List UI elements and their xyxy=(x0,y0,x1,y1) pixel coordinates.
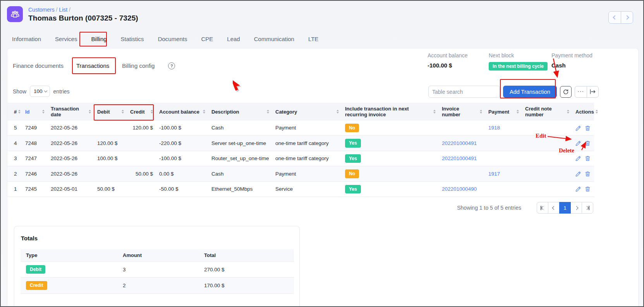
payment-link[interactable]: 1917 xyxy=(488,171,500,177)
tab-lte[interactable]: LTE xyxy=(308,35,319,43)
sort-icon[interactable] xyxy=(203,110,205,114)
cell-date: 2022-05-01 xyxy=(48,181,94,197)
subtab-billing-config[interactable]: Billing config xyxy=(121,61,155,70)
sort-icon[interactable] xyxy=(18,110,21,114)
cell-credit-note xyxy=(522,121,572,136)
edit-icon[interactable] xyxy=(575,186,581,192)
prev-customer-button[interactable] xyxy=(609,12,621,23)
page-header: Customers / List / Thomas Burton (007325… xyxy=(7,6,138,22)
delete-icon[interactable] xyxy=(585,125,591,131)
export-arrow-icon xyxy=(590,89,596,94)
next-block-label: Next block xyxy=(489,52,548,59)
tab-communication[interactable]: Communication xyxy=(254,35,295,43)
tab-cpe[interactable]: CPE xyxy=(201,35,214,43)
cell-include: No xyxy=(342,121,439,136)
sort-icon[interactable] xyxy=(567,110,569,114)
sort-icon[interactable] xyxy=(433,110,436,114)
billing-subtabs: Finance documents Transactions Billing c… xyxy=(12,61,175,70)
entries-label: entries xyxy=(53,88,70,95)
chevron-left-icon xyxy=(552,206,556,210)
delete-icon[interactable] xyxy=(585,186,591,192)
payment-link[interactable]: 1918 xyxy=(488,125,500,131)
page-size-select[interactable]: 100 xyxy=(30,86,50,97)
cell-description: Ethernet_50Mbps xyxy=(208,181,272,197)
sort-icon[interactable] xyxy=(337,110,339,114)
help-icon[interactable]: ? xyxy=(168,62,175,69)
col-category: Category xyxy=(272,103,342,121)
sort-icon[interactable] xyxy=(517,110,519,114)
edit-icon[interactable] xyxy=(575,155,581,161)
col-invoice-number: Invoice number xyxy=(439,103,485,121)
tab-services[interactable]: Services xyxy=(55,35,78,43)
invoice-link[interactable]: 202201000490 xyxy=(442,186,477,192)
first-page-button[interactable] xyxy=(537,202,548,214)
col-include-recurring: Include transaction in next recurring in… xyxy=(342,103,439,121)
cell-debit: 100.00 $ xyxy=(94,151,127,166)
invoice-link[interactable]: 202201000491 xyxy=(442,155,477,161)
cell-payment: 1918 xyxy=(485,121,522,136)
sort-icon[interactable] xyxy=(151,110,153,114)
search-input[interactable] xyxy=(432,89,502,95)
delete-icon[interactable] xyxy=(585,155,591,161)
export-button[interactable] xyxy=(587,86,598,97)
cell-actions xyxy=(572,121,594,136)
payment-method-value: Cash xyxy=(551,62,592,69)
sort-icon[interactable] xyxy=(42,110,45,114)
breadcrumb-separator: / xyxy=(69,7,70,13)
chevron-right-icon xyxy=(625,15,629,19)
subtab-finance-documents[interactable]: Finance documents xyxy=(12,61,64,70)
sort-icon[interactable] xyxy=(596,110,598,114)
invoice-link[interactable]: 202201000491 xyxy=(442,140,477,146)
more-options-button[interactable]: ··· xyxy=(575,86,587,97)
last-page-button[interactable] xyxy=(582,202,593,214)
breadcrumb-link-list[interactable]: List xyxy=(59,7,67,13)
next-page-button[interactable] xyxy=(570,202,582,214)
refresh-button[interactable] xyxy=(560,86,572,98)
edit-icon[interactable] xyxy=(575,140,581,146)
sort-icon[interactable] xyxy=(89,110,91,114)
delete-icon[interactable] xyxy=(585,171,591,177)
include-badge: No xyxy=(345,124,359,132)
next-customer-button[interactable] xyxy=(621,12,633,23)
delete-icon[interactable] xyxy=(585,140,591,146)
totals-type: Debit xyxy=(21,262,117,278)
tab-information[interactable]: Information xyxy=(12,35,41,43)
cell-invoice: 202201000491 xyxy=(439,136,485,151)
sort-icon[interactable] xyxy=(122,110,124,114)
totals-card: Totals Type Amount Total Debit 3 270.00 … xyxy=(14,226,300,307)
totals-col-total: Total xyxy=(199,249,294,262)
main-tabs: Information Services Billing Statistics … xyxy=(12,35,319,43)
tab-documents[interactable]: Documents xyxy=(158,35,188,43)
cell-credit xyxy=(127,181,156,197)
table-row: 4 7248 2022-05-26 120.00 $ -220.00 $ Ser… xyxy=(7,136,594,151)
tab-lead[interactable]: Lead xyxy=(227,35,240,43)
customer-nav xyxy=(608,11,633,24)
debit-badge: Debit xyxy=(26,265,45,274)
tab-statistics[interactable]: Statistics xyxy=(120,35,144,43)
cell-include: Yes xyxy=(342,151,439,166)
include-badge: No xyxy=(345,169,359,178)
breadcrumb-link-customers[interactable]: Customers xyxy=(28,7,55,13)
col-credit: Credit xyxy=(127,103,156,121)
page-1-button[interactable]: 1 xyxy=(559,202,571,214)
cell-description: Cash xyxy=(208,166,272,181)
edit-icon[interactable] xyxy=(575,171,581,177)
add-transaction-button[interactable]: Add Transaction xyxy=(503,86,557,98)
sort-icon[interactable] xyxy=(480,110,482,114)
next-block-badge: In the next billing cycle xyxy=(489,62,548,71)
cell-invoice: 202201000491 xyxy=(439,151,485,166)
edit-icon[interactable] xyxy=(575,125,581,131)
cell-payment xyxy=(485,136,522,151)
sort-icon[interactable] xyxy=(267,110,269,114)
pager: 1 xyxy=(537,202,593,214)
subtab-transactions[interactable]: Transactions xyxy=(76,61,110,70)
tab-billing[interactable]: Billing xyxy=(91,35,107,43)
cell-payment xyxy=(485,181,522,197)
prev-page-button[interactable] xyxy=(548,202,560,214)
totals-type: Credit xyxy=(21,278,117,293)
cell-balance: -50.00 $ xyxy=(156,181,208,197)
billing-panel: Finance documents Transactions Billing c… xyxy=(7,48,639,307)
transactions-table: # Id Transaction date Debit Credit Accou… xyxy=(7,103,594,197)
col-debit: Debit xyxy=(94,103,127,121)
chevron-left-icon xyxy=(613,15,617,19)
